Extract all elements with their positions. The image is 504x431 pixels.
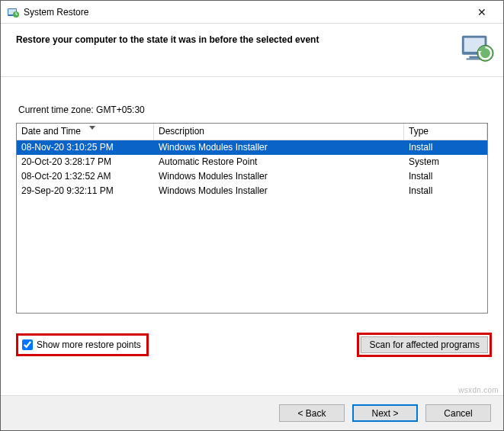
cell-type: Install: [404, 169, 487, 184]
show-more-restore-points[interactable]: Show more restore points: [16, 333, 149, 356]
table-header: Date and Time Description Type: [17, 124, 487, 140]
wizard-header: Restore your computer to the state it wa…: [1, 24, 503, 77]
cell-datetime: 08-Nov-20 3:10:25 PM: [17, 140, 154, 155]
wizard-footer: < Back Next > Cancel: [1, 395, 503, 430]
close-button[interactable]: ✕: [467, 2, 497, 23]
cell-description: Automatic Restore Point: [154, 155, 404, 169]
column-header-type[interactable]: Type: [404, 124, 487, 140]
restore-points-table[interactable]: Date and Time Description Type 08-Nov-20…: [16, 123, 488, 314]
cell-datetime: 20-Oct-20 3:28:17 PM: [17, 155, 154, 169]
window-title: System Restore: [24, 7, 467, 18]
system-restore-icon: [7, 6, 19, 18]
titlebar: System Restore ✕: [1, 1, 503, 24]
cell-description: Windows Modules Installer: [154, 140, 404, 155]
cell-datetime: 08-Oct-20 1:32:52 AM: [17, 169, 154, 184]
column-header-datetime[interactable]: Date and Time: [17, 124, 154, 140]
table-row[interactable]: 29-Sep-20 9:32:11 PMWindows Modules Inst…: [17, 184, 487, 198]
table-row[interactable]: 08-Nov-20 3:10:25 PMWindows Modules Inst…: [17, 140, 487, 155]
restore-monitor-icon: [459, 31, 494, 66]
cell-description: Windows Modules Installer: [154, 184, 404, 198]
table-body: 08-Nov-20 3:10:25 PMWindows Modules Inst…: [17, 140, 487, 198]
show-more-label: Show more restore points: [37, 339, 141, 350]
page-heading: Restore your computer to the state it wa…: [16, 34, 488, 45]
cell-type: Install: [404, 140, 487, 155]
table-row[interactable]: 20-Oct-20 3:28:17 PMAutomatic Restore Po…: [17, 155, 487, 169]
next-button[interactable]: Next >: [352, 404, 418, 422]
cell-type: Install: [404, 184, 487, 198]
cell-type: System: [404, 155, 487, 169]
show-more-checkbox[interactable]: [22, 339, 33, 350]
scan-affected-programs-button[interactable]: Scan for affected programs: [361, 336, 488, 353]
column-header-description[interactable]: Description: [154, 124, 404, 140]
watermark: wsxdn.com: [458, 386, 499, 394]
table-row[interactable]: 08-Oct-20 1:32:52 AMWindows Modules Inst…: [17, 169, 487, 184]
content-area: Current time zone: GMT+05:30 Date and Ti…: [1, 77, 503, 356]
cell-description: Windows Modules Installer: [154, 169, 404, 184]
timezone-label: Current time zone: GMT+05:30: [18, 105, 486, 115]
cancel-button[interactable]: Cancel: [425, 404, 491, 422]
back-button[interactable]: < Back: [279, 404, 345, 422]
cell-datetime: 29-Sep-20 9:32:11 PM: [17, 184, 154, 198]
